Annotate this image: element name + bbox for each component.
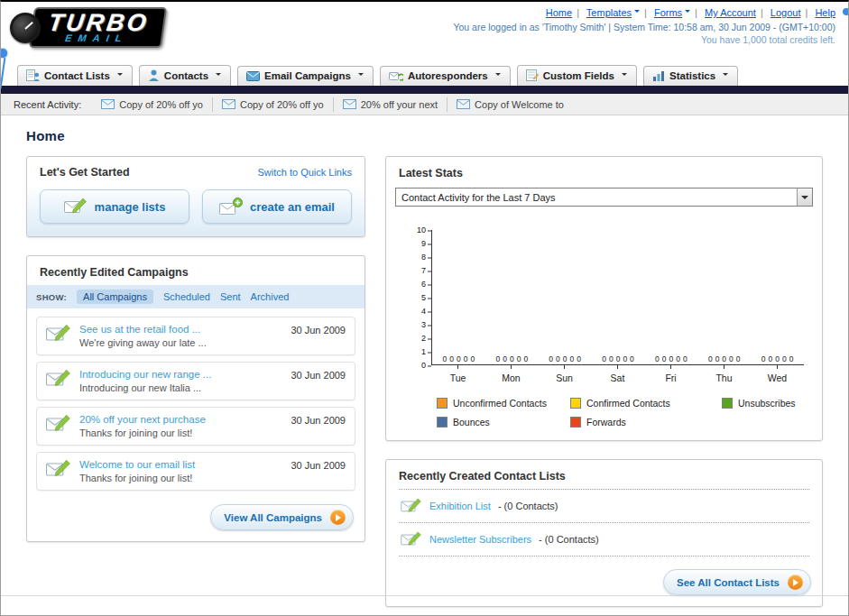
campaign-date: 30 Jun 2009 [291, 324, 346, 336]
chart-y-tick-label: 3 [411, 321, 431, 329]
chart-x-tick-label: Sun [538, 365, 591, 383]
recent-activity-item[interactable]: Copy of Welcome to [448, 97, 573, 112]
top-header: TURBO EMAIL Home| Templates| Forms| My A… [1, 2, 848, 61]
campaign-title-link[interactable]: 20% off your next purchase [79, 414, 282, 425]
filter-archived[interactable]: Archived [251, 291, 290, 302]
tab-label: Email Campaigns [264, 70, 351, 81]
envelope-icon [457, 99, 470, 109]
legend-label: Unconfirmed Contacts [453, 398, 547, 409]
recent-activity-label: Recent Activity: [14, 99, 81, 110]
legend-label: Unsubscribes [738, 398, 796, 409]
campaigns-panel-title: Recently Edited Campaigns [27, 256, 365, 285]
switch-to-quick-links-link[interactable]: Switch to Quick Links [257, 167, 352, 178]
tab-custom-fields[interactable]: Custom Fields [517, 65, 637, 86]
chart-y-tick-label: 9 [411, 240, 431, 248]
manage-lists-button[interactable]: manage lists [40, 189, 189, 224]
top-link-help[interactable]: Help [815, 7, 835, 18]
chart-x-labels: TueMonSunSatFriThuWed [431, 365, 804, 383]
legend-swatch [437, 398, 448, 409]
campaign-title-link[interactable]: See us at the retail food ... [79, 324, 282, 335]
chevron-down-icon [723, 73, 728, 78]
top-link-home[interactable]: Home [546, 7, 572, 18]
chart-x-tick-label: Mon [484, 365, 538, 383]
campaign-row[interactable]: See us at the retail food ... We're givi… [36, 317, 355, 355]
chart-column: 00000 [751, 230, 804, 364]
envelope-plus-icon [219, 198, 243, 216]
contact-list-link[interactable]: Newsletter Subscribers [429, 534, 531, 545]
decorative-dot-left [0, 49, 7, 58]
create-email-button[interactable]: create an email [202, 189, 352, 224]
envelope-icon [101, 99, 115, 109]
chart-column: 00000 [432, 230, 485, 364]
contact-list-item[interactable]: Newsletter Subscribers - (0 Contacts) [399, 523, 809, 556]
legend-item: Bounces [437, 417, 570, 428]
nav-separator: | [805, 7, 807, 18]
tab-contacts[interactable]: Contacts [139, 65, 231, 86]
credits-info: You have 1,000 total credits left. [453, 34, 835, 45]
turbo-email-logo[interactable]: TURBO EMAIL [10, 7, 164, 48]
campaign-row[interactable]: Introducing our new range ... Introducin… [36, 362, 355, 400]
nav-separator: | [577, 7, 579, 18]
envelope-pencil-icon [401, 498, 422, 514]
recent-activity-item-label: Copy of Welcome to [475, 99, 564, 110]
chevron-down-icon [216, 73, 221, 78]
speedometer-icon [10, 13, 41, 43]
filter-sent[interactable]: Sent [220, 291, 241, 302]
top-link-logout[interactable]: Logout [771, 7, 801, 18]
stats-period-select[interactable]: Contact Activity for the Last 7 Days [395, 188, 813, 207]
tab-contact-lists[interactable]: Contact Lists [17, 65, 133, 86]
envelope-pencil-icon [46, 459, 71, 479]
tab-label: Contact Lists [44, 70, 110, 81]
contact-list-count: - (0 Contacts) [498, 501, 558, 511]
campaign-row[interactable]: 20% off your next purchase Thanks for jo… [36, 407, 355, 446]
recent-activity-item[interactable]: Copy of 20% off yo [213, 97, 334, 112]
campaign-title-link[interactable]: Welcome to our email list [79, 459, 282, 470]
campaign-subtitle: We're giving away our late ... [79, 337, 282, 348]
chart-value-labels: 00000 [549, 355, 581, 363]
recent-activity-item[interactable]: Copy of 20% off yo [92, 97, 213, 112]
footer-divider [1, 595, 848, 596]
envelope-pencil-icon [46, 324, 71, 344]
see-all-contact-lists-button[interactable]: See All Contact Lists [663, 569, 811, 595]
tab-autoresponders[interactable]: Autoresponders [380, 66, 511, 86]
tab-email-campaigns[interactable]: Email Campaigns [237, 66, 374, 86]
campaign-title-link[interactable]: Introducing our new range ... [79, 369, 282, 380]
top-right-area: Home| Templates| Forms| My Account| Logo… [453, 7, 835, 45]
top-link-my-account[interactable]: My Account [705, 7, 756, 18]
recent-contact-lists-panel: Recently Created Contact Lists Exhibitio… [385, 459, 823, 607]
divider-bar [1, 86, 848, 94]
login-info: You are logged in as 'Timothy Smith' | S… [453, 22, 835, 32]
tab-statistics[interactable]: Statistics [643, 66, 738, 86]
chart-y-tick-label: 5 [411, 294, 431, 302]
contact-list-item[interactable]: Exhibition List - (0 Contacts) [399, 489, 809, 523]
top-link-forms[interactable]: Forms [654, 7, 690, 18]
campaign-row[interactable]: Welcome to our email list Thanks for joi… [36, 452, 355, 491]
stats-period-value: Contact Activity for the Last 7 Days [401, 192, 556, 203]
chart-y-tick-label: 8 [411, 253, 431, 262]
manage-lists-label: manage lists [95, 200, 166, 214]
recent-activity-bar: Recent Activity: Copy of 20% off yo Copy… [1, 94, 848, 115]
legend-item: Unconfirmed Contacts [437, 398, 570, 409]
chevron-down-icon [685, 10, 690, 15]
stats-panel-title: Latest Stats [386, 157, 822, 186]
envelope-icon [246, 71, 260, 81]
filter-scheduled[interactable]: Scheduled [163, 291, 210, 302]
latest-stats-panel: Latest Stats Contact Activity for the La… [385, 156, 823, 441]
chart-y-tick-label: 7 [411, 267, 431, 275]
recently-edited-campaigns-panel: Recently Edited Campaigns SHOW: All Camp… [26, 255, 365, 542]
contact-lists-icon [26, 69, 40, 81]
nav-separator: | [644, 7, 647, 18]
contact-list-link[interactable]: Exhibition List [429, 501, 491, 511]
legend-swatch [570, 398, 581, 409]
get-started-panel: Let's Get Started Switch to Quick Links … [26, 156, 365, 237]
filter-all-campaigns[interactable]: All Campaigns [77, 290, 153, 304]
left-column: Let's Get Started Switch to Quick Links … [26, 156, 365, 560]
recent-activity-item[interactable]: 20% off your next [334, 97, 448, 112]
chart-value-labels: 00000 [761, 355, 794, 363]
logo-text-block: TURBO EMAIL [29, 7, 167, 48]
top-link-templates[interactable]: Templates [586, 7, 640, 18]
chart-column: 00000 [539, 230, 592, 364]
recent-activity-item-label: Copy of 20% off yo [119, 99, 203, 110]
chart-column: 00000 [697, 230, 751, 364]
view-all-campaigns-button[interactable]: View All Campaigns [210, 504, 354, 530]
